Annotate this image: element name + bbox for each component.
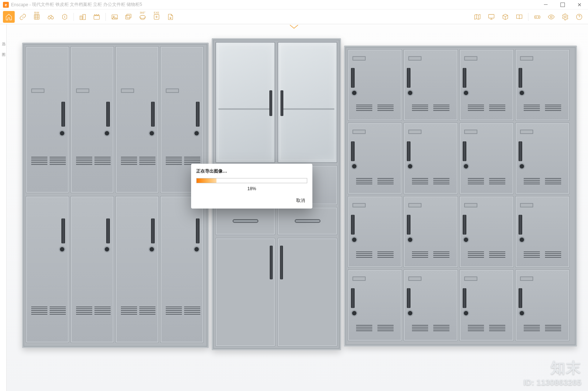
watermark-id-number: ID: 1130863265 bbox=[523, 378, 581, 387]
progress-bar bbox=[196, 178, 307, 183]
svg-point-2 bbox=[51, 17, 54, 19]
dialog-title: 正在导出图像… bbox=[196, 168, 307, 174]
left-side-panel[interactable]: 选 图 bbox=[0, 24, 7, 391]
export-panorama-icon[interactable]: 360° bbox=[137, 11, 148, 23]
svg-point-1 bbox=[48, 17, 51, 19]
svg-rect-3 bbox=[80, 16, 82, 19]
svg-rect-12 bbox=[489, 14, 494, 18]
home-button[interactable] bbox=[3, 11, 15, 23]
progress-bar-fill bbox=[197, 178, 216, 183]
app-logo-icon: e bbox=[3, 2, 9, 8]
toolbar-separator bbox=[105, 13, 106, 21]
favorite-icon[interactable] bbox=[59, 11, 71, 23]
help-icon[interactable] bbox=[573, 11, 585, 23]
cancel-button[interactable]: 取消 bbox=[294, 196, 307, 205]
window-maximize-button[interactable] bbox=[554, 0, 571, 10]
svg-rect-0 bbox=[34, 14, 39, 19]
svg-point-10 bbox=[140, 15, 146, 18]
export-file-icon[interactable] bbox=[165, 11, 176, 23]
eye-icon[interactable] bbox=[545, 11, 557, 23]
main-toolbar: BIM 360° EXE bbox=[0, 10, 588, 24]
app-name: Enscape bbox=[11, 2, 28, 7]
progress-percent-label: 18% bbox=[196, 186, 307, 191]
asset-box-icon[interactable] bbox=[499, 11, 511, 23]
title-bar: e Enscape - 现代文件柜 铁皮柜 文件档案柜 立柜 办公文件柜 储物柜… bbox=[0, 0, 588, 10]
title-separator: - bbox=[28, 2, 32, 7]
export-image-icon[interactable] bbox=[109, 11, 121, 23]
export-exe-icon[interactable]: EXE bbox=[151, 11, 162, 23]
export-progress-dialog: 正在导出图像… 18% 取消 bbox=[191, 164, 312, 209]
svg-point-16 bbox=[551, 16, 552, 18]
binoculars-icon[interactable] bbox=[45, 11, 57, 23]
svg-rect-13 bbox=[535, 15, 540, 18]
book-open-icon[interactable] bbox=[513, 11, 525, 23]
svg-rect-9 bbox=[127, 14, 131, 18]
monitor-icon[interactable] bbox=[485, 11, 497, 23]
map-icon[interactable] bbox=[472, 11, 483, 23]
svg-rect-5 bbox=[94, 15, 100, 19]
svg-rect-4 bbox=[83, 14, 86, 19]
watermark-id: 知末 ID: 1130863265 bbox=[523, 358, 581, 387]
svg-point-17 bbox=[564, 16, 566, 18]
vr-headset-icon[interactable] bbox=[531, 11, 543, 23]
settings-icon[interactable] bbox=[559, 11, 571, 23]
chevron-down-icon[interactable] bbox=[289, 24, 299, 29]
svg-point-14 bbox=[535, 17, 537, 18]
render-viewport[interactable]: 选 图 bbox=[0, 24, 588, 391]
window-close-button[interactable]: ✕ bbox=[571, 0, 588, 10]
watermark-brand: 知末 bbox=[523, 358, 581, 378]
link-icon[interactable] bbox=[17, 11, 29, 23]
window-minimize-button[interactable] bbox=[537, 0, 554, 10]
toolbar-separator bbox=[528, 13, 528, 21]
video-clapper-icon[interactable] bbox=[91, 11, 103, 23]
bim-icon[interactable]: BIM bbox=[31, 11, 43, 23]
svg-rect-8 bbox=[126, 15, 130, 19]
scene-cabinet-left bbox=[22, 43, 209, 348]
document-title: 现代文件柜 铁皮柜 文件档案柜 立柜 办公文件柜 储物柜5 bbox=[32, 1, 142, 8]
svg-point-15 bbox=[538, 17, 539, 18]
scene-cabinet-right bbox=[344, 46, 577, 347]
buildings-icon[interactable] bbox=[77, 11, 89, 23]
toolbar-separator bbox=[74, 13, 74, 21]
export-batch-icon[interactable] bbox=[123, 11, 135, 23]
